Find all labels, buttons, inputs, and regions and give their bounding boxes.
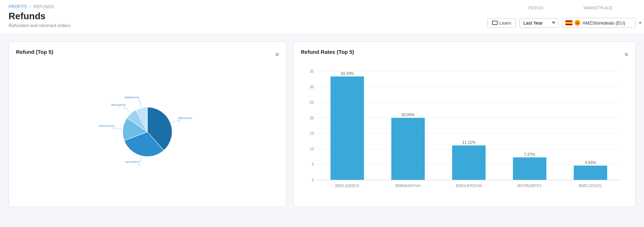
period-select[interactable]: Last Year This Year Last Month This Mont… [519,18,559,28]
y-axis-label: 35 [310,69,314,73]
main-content: Refund (Top 5) ≡ B08GJ [0,34,644,214]
bar-rect-B081HFKDVW [452,145,486,180]
bar-rect-B08NK8XVVH [391,118,425,180]
pie-label-value-B081JQ8SG5: 1 [124,106,126,109]
y-axis-label: 25 [310,100,314,104]
bar-rect-B081JQ8SC5 [330,77,364,180]
header-left: PROFITS / REFUNDS Refunds Refunded and r… [9,4,70,28]
pie-chart-card: Refund (Top 5) ≡ B08GJ [9,41,286,207]
pie-label-line-B08GJZG62L [171,120,177,123]
controls-labels: PERIOD MARKETPLACE [514,4,635,11]
pie-label-line-B081JQ8SG5 [126,108,130,113]
profits-link[interactable]: PROFITS [9,4,27,9]
pie-label-id-B074N28PSY: B074N28PSY [125,161,140,163]
amazon-icon: a [575,20,580,26]
pie-chart-container: B08GJZG62L5B074N28PSY4B081HFKDVW2B081JQ8… [16,64,279,200]
bar-rect-B08CJZG62L [574,166,607,180]
breadcrumb-current: REFUNDS [33,4,54,9]
y-axis-label: 15 [310,131,314,135]
bar-value-label-B08NK8XVVH: 20.00% [402,113,415,117]
bar-x-label-B074N28PSY: B074N28PSY [518,184,542,188]
marketplace-label: MARKETPLACE [583,6,613,10]
period-label: PERIOD [528,6,543,10]
bar-chart-menu-button[interactable]: ≡ [625,51,628,58]
pie-label-id-B081HFKDVW: B081HFKDVW [99,125,115,127]
spain-flag-icon [565,20,572,25]
bar-value-label-B081HFKDVW: 11.11% [462,140,476,144]
bar-chart-title: Refund Rates (Top 5) [301,49,354,55]
marketplace-value: AMZStoredeals (EU) [582,20,625,26]
y-axis-label: 0 [312,178,314,182]
pie-chart-svg: B08GJZG62L5B074N28PSY4B081HFKDVW2B081JQ8… [90,75,204,189]
top-controls: PERIOD MARKETPLACE Learn Last Year This … [487,4,635,28]
pie-label-id-B081JQ8SG5: B081JQ8SG5 [111,104,126,107]
breadcrumb-separator: / [30,4,31,9]
bar-x-label-B081JQ8SC5: B081JQ8SC5 [335,184,359,188]
pie-chart-title: Refund (Top 5) [16,49,53,55]
page-header: PROFITS / REFUNDS Refunds Refunded and r… [0,0,644,34]
page-subtitle: Refunded and returned orders [9,23,70,28]
pie-label-id-B08NK8XVVH: B08NK8XVVH [125,96,140,99]
page-title: Refunds [9,11,70,22]
y-axis-label: 20 [310,116,314,120]
pie-label-line-B074N28PSY [140,157,141,163]
pie-label-id-B08GJZG62L: B08GJZG62L [178,117,193,119]
y-axis-label: 10 [310,147,314,151]
pie-chart-menu-button[interactable]: ≡ [276,51,279,58]
bar-value-label-B08CJZG62L: 4.63% [585,160,596,165]
bar-x-label-B081HFKDVW: B081HFKDVW [456,184,482,188]
screen-icon [492,21,498,25]
bar-x-label-B08NK8XVVH: B08NK8XVVH [396,184,421,188]
pie-label-line-B08NK8XVVH [140,100,141,107]
pie-label-value-B08NK8XVVH: 1 [138,99,140,102]
pie-label-value-B074N28PSY: 4 [138,164,140,166]
pie-label-value-B081HFKDVW: 2 [113,127,115,130]
bar-rect-B074N28PSY [513,158,546,180]
bar-chart-card: Refund Rates (Top 5) ≡ 0510152025303533.… [293,41,635,207]
learn-label: Learn [499,20,511,26]
breadcrumb: PROFITS / REFUNDS [9,4,70,9]
header-controls: Learn Last Year This Year Last Month Thi… [487,18,635,28]
bar-value-label-B074N28PSY: 7.27% [524,152,535,156]
pie-label-value-B08GJZG62L: 5 [178,119,180,122]
bar-x-label-B08CJZG62L: B08CJZG62L [578,184,602,188]
bar-chart-container: 0510152025303533.33%B081JQ8SC520.00%B08N… [301,64,628,200]
bar-chart-svg: 0510152025303533.33%B081JQ8SC520.00%B08N… [301,64,628,200]
y-axis-label: 5 [312,162,314,166]
learn-button[interactable]: Learn [487,18,516,28]
marketplace-select[interactable]: a AMZStoredeals (EU) [562,18,635,28]
pie-label-line-B081HFKDVW [115,128,122,129]
bar-value-label-B081JQ8SC5: 33.33% [341,71,354,76]
y-axis-label: 30 [310,85,314,89]
